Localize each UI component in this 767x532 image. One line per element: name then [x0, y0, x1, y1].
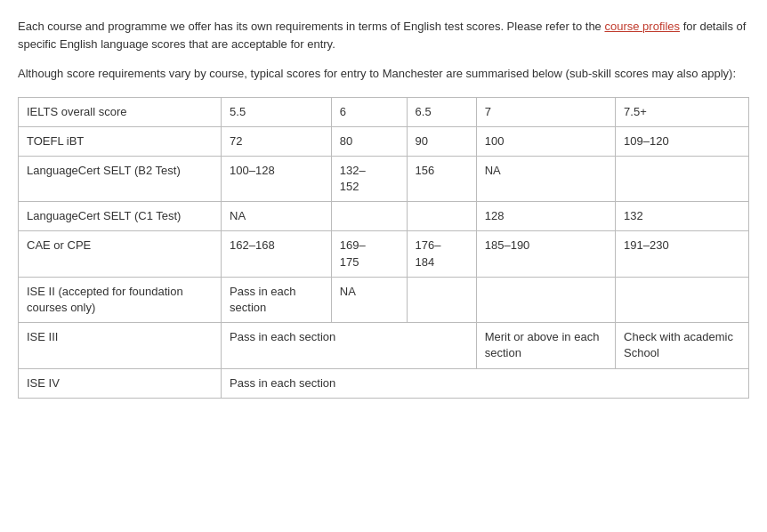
score-col4: 185–190 — [476, 231, 615, 277]
score-col1: 100–128 — [222, 156, 332, 201]
score-col3 — [407, 202, 476, 231]
score-col1: NA — [222, 202, 332, 231]
table-row: LanguageCert SELT (B2 Test) 100–128 132–… — [19, 156, 749, 201]
score-col1: 5.5 — [222, 97, 332, 126]
test-label: ISE IV — [19, 368, 222, 398]
table-row: ISE III Pass in each section Merit or ab… — [19, 323, 749, 368]
test-label: LanguageCert SELT (B2 Test) — [19, 156, 222, 201]
score-col5: 109–120 — [616, 126, 749, 156]
score-col4: Merit or above in each section — [476, 323, 615, 368]
score-col4: 128 — [476, 202, 615, 231]
score-col5: 7.5+ — [616, 97, 749, 126]
intro-text-part1: Each course and programme we offer has i… — [18, 20, 604, 33]
course-profiles-link[interactable]: course profiles — [604, 20, 680, 33]
test-label: ISE III — [19, 323, 222, 368]
table-row: CAE or CPE 162–168 169–175 176–184 185–1… — [19, 231, 749, 277]
test-label: LanguageCert SELT (C1 Test) — [19, 202, 222, 231]
score-col3: 90 — [407, 126, 476, 156]
score-col1: 72 — [222, 126, 332, 156]
score-col3: 176–184 — [407, 231, 476, 277]
score-col-span: Pass in each section — [222, 323, 477, 368]
table-row: ISE IV Pass in each section — [19, 368, 749, 398]
score-col2: 6 — [331, 97, 407, 126]
test-label: CAE or CPE — [19, 231, 222, 277]
test-label: ISE II (accepted for foundation courses … — [19, 277, 222, 322]
test-label: TOEFL iBT — [19, 126, 222, 156]
score-col4: 7 — [476, 97, 615, 126]
score-col2: 80 — [331, 126, 407, 156]
scores-table: IELTS overall score 5.5 6 6.5 7 7.5+ TOE… — [18, 97, 749, 399]
table-row: ISE II (accepted for foundation courses … — [19, 277, 749, 322]
score-col5: Check with academic School — [616, 323, 749, 368]
score-col2: 132–152 — [331, 156, 407, 201]
score-col2: 169–175 — [331, 231, 407, 277]
score-col5: 132 — [616, 202, 749, 231]
intro-paragraph-2: Although score requirements vary by cour… — [18, 65, 749, 83]
score-col3: 156 — [407, 156, 476, 201]
table-row: LanguageCert SELT (C1 Test) NA 128 132 — [19, 202, 749, 231]
score-col3 — [407, 277, 476, 322]
table-row: TOEFL iBT 72 80 90 100 109–120 — [19, 126, 749, 156]
score-col5 — [616, 156, 749, 201]
score-col-span: Pass in each section — [222, 368, 749, 398]
score-col4: 100 — [476, 126, 615, 156]
score-col4: NA — [476, 156, 615, 201]
score-col4 — [476, 277, 615, 322]
score-col2: NA — [331, 277, 407, 322]
score-col3: 6.5 — [407, 97, 476, 126]
score-col2 — [331, 202, 407, 231]
intro-paragraph-1: Each course and programme we offer has i… — [18, 18, 749, 52]
score-col1: 162–168 — [222, 231, 332, 277]
test-label: IELTS overall score — [19, 97, 222, 126]
score-col5: 191–230 — [616, 231, 749, 277]
table-row: IELTS overall score 5.5 6 6.5 7 7.5+ — [19, 97, 749, 126]
score-col1: Pass in each section — [222, 277, 332, 322]
score-col5 — [616, 277, 749, 322]
